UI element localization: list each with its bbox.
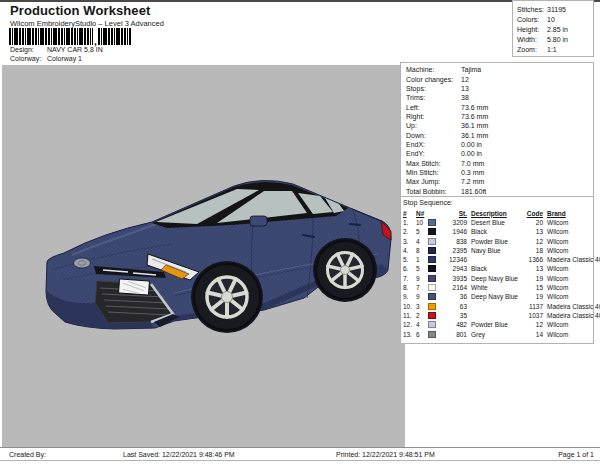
row-num: 10. <box>403 303 416 310</box>
page-number: Page 1 of 1 <box>558 451 594 458</box>
colorway-row: Colorway:Colorway 1 <box>10 55 82 62</box>
summary-row: Colors:10 <box>517 14 593 24</box>
side-mirror <box>250 216 267 226</box>
design-name-row: Design:NAVY CAR 5,8 IN <box>10 46 103 53</box>
info-value: 13 <box>461 85 469 92</box>
info-value: 2.85 in <box>547 26 568 33</box>
machine-info-panel: Machine:Tajima Color changes:12 Stops:13… <box>400 62 594 197</box>
machine-info-row: Machine:Tajima <box>406 65 593 74</box>
window-top-edge <box>0 0 600 2</box>
stitch-count: 482 <box>438 321 467 328</box>
info-label: Trims: <box>406 94 461 101</box>
production-worksheet-page: Production Worksheet Wilcom EmbroiderySt… <box>0 0 600 464</box>
thread-brand: Wilcom <box>547 219 568 226</box>
col-header-description: Description <box>471 210 521 217</box>
info-label: Machine: <box>406 66 461 73</box>
info-value: 10 <box>547 16 555 23</box>
printed-timestamp: Printed: 12/22/2021 9:48:51 PM <box>336 451 435 458</box>
page-title: Production Worksheet <box>10 3 150 18</box>
machine-info-row: Total Bobbin:181.60ft <box>406 186 593 195</box>
machine-info-row: Left:73.6 mm <box>406 102 593 111</box>
machine-info-row: Max Jump:7.2 mm <box>406 177 593 186</box>
thread-color-swatch <box>428 293 436 300</box>
machine-info-row: EndX:0.00 in <box>406 140 593 149</box>
thread-code: 19 <box>521 275 543 282</box>
col-header-brand: Brand <box>547 210 566 217</box>
stitch-count: 801 <box>438 331 467 338</box>
info-label: Down: <box>406 132 461 139</box>
thread-brand: Wilcom <box>547 275 568 282</box>
summary-row: Zoom:1:1 <box>517 45 593 55</box>
stop-sequence-row: 8.72164White15Wilcom <box>403 283 593 292</box>
thread-brand: Madeira Classic 40 <box>547 256 600 263</box>
last-saved-timestamp: Last Saved: 12/22/2021 9:48:46 PM <box>123 451 235 458</box>
stop-sequence-title: Stop Sequence: <box>403 199 593 209</box>
thread-color-swatch <box>428 284 436 291</box>
machine-info-row: Color changes:12 <box>406 74 593 83</box>
stop-sequence-row: 13.6801Grey14Wilcom <box>403 329 593 338</box>
info-value: 1:1 <box>547 46 557 53</box>
row-num: 1. <box>403 219 416 226</box>
stop-sequence-row: 9.936Deep Navy Blue19Wilcom <box>403 292 593 301</box>
needle-num: 2 <box>416 312 428 319</box>
col-header-code: Code <box>521 210 543 217</box>
thread-color-swatch <box>428 275 436 282</box>
thread-description: Black <box>471 265 521 272</box>
thread-brand: Madeira Classic 40 <box>547 303 600 310</box>
stop-sequence-row: 6.52943Black13Wilcom <box>403 264 593 273</box>
stop-sequence-row: 2.51946Black13Wilcom <box>403 227 593 236</box>
thread-code: 20 <box>521 219 543 226</box>
row-num: 5. <box>403 256 416 263</box>
machine-info-row: Min Stitch:0.3 mm <box>406 168 593 177</box>
thread-description: Deep Navy Blue <box>471 293 521 300</box>
info-value: 5.80 in <box>547 36 568 43</box>
barcode-bars-right <box>98 28 131 45</box>
row-num: 9. <box>403 293 416 300</box>
thread-description: Navy Blue <box>471 247 521 254</box>
stop-sequence-header: # N# St. Description Code Brand <box>403 209 593 218</box>
info-label: Max Jump: <box>406 178 461 185</box>
machine-info-row: Down:36.1 mm <box>406 130 593 139</box>
thread-color-swatch <box>428 321 436 328</box>
row-num: 6. <box>403 265 416 272</box>
info-label: Colors: <box>517 16 547 23</box>
info-label: EndY: <box>406 150 461 157</box>
needle-num: 5 <box>416 265 428 272</box>
stitch-count: 3935 <box>438 275 467 282</box>
thread-code: 15 <box>521 284 543 291</box>
info-value: 0.3 mm <box>461 169 484 176</box>
design-barcode: , <box>9 28 131 45</box>
thread-description: Black <box>471 228 521 235</box>
needle-num: 9 <box>416 275 428 282</box>
info-value: 31195 <box>547 6 566 13</box>
thread-color-swatch <box>428 331 436 338</box>
row-num: 11. <box>403 312 416 319</box>
info-value: 12 <box>461 76 469 83</box>
info-value: 36.1 mm <box>461 132 488 139</box>
thread-color-swatch <box>428 256 436 263</box>
col-header-num: # <box>403 210 416 217</box>
door-handle-rear <box>350 224 360 225</box>
info-label: Right: <box>406 113 461 120</box>
license-plate <box>119 279 150 295</box>
machine-info-row: EndY:0.00 in <box>406 149 593 158</box>
thread-brand: Wilcom <box>547 321 568 328</box>
thread-description: Powder Blue <box>471 238 521 245</box>
info-label: Height: <box>517 26 547 33</box>
info-value: 0.00 in <box>461 141 482 148</box>
thread-code: 12 <box>521 238 543 245</box>
stitch-count: 3209 <box>438 219 467 226</box>
row-num: 7. <box>403 275 416 282</box>
thread-description: Grey <box>471 331 521 338</box>
info-label: Total Bobbin: <box>406 188 461 195</box>
info-value: 73.6 mm <box>461 104 488 111</box>
thread-brand: Wilcom <box>547 293 568 300</box>
thread-code: 19 <box>521 293 543 300</box>
thread-description: White <box>471 284 521 291</box>
stop-sequence-row: 11.2351037Madeira Classic 40 <box>403 311 593 320</box>
info-label: Max Stitch: <box>406 160 461 167</box>
design-summary-panel: Stitches:31195 Colors:10 Height:2.85 in … <box>512 0 594 57</box>
needle-num: 3 <box>416 303 428 310</box>
info-value: 0.00 in <box>461 150 482 157</box>
design-label: Design: <box>10 46 47 53</box>
